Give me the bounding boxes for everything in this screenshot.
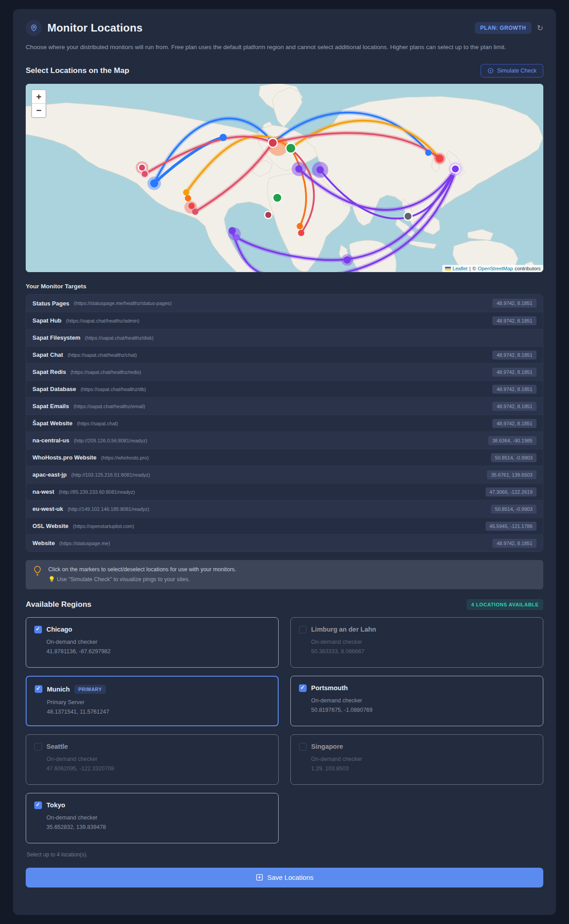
target-coords: 35.6761, 139.6503 xyxy=(487,470,537,479)
target-row: na-west(http://85.239.233.60:8081/readyz… xyxy=(26,483,543,500)
copyright-symbol: © xyxy=(473,266,476,271)
refresh-icon[interactable]: ↻ xyxy=(537,23,543,33)
target-name: Sapat Filesystem xyxy=(32,334,80,341)
target-name: Status Pages xyxy=(32,300,69,307)
map-marker[interactable] xyxy=(150,179,158,187)
region-name: Limburg an der Lahn xyxy=(311,626,376,633)
save-locations-button[interactable]: Save Locations xyxy=(26,868,543,888)
target-name: eu-west-uk xyxy=(32,505,63,512)
map-marker[interactable] xyxy=(188,203,195,209)
region-card-seattle[interactable]: Seattle On-demand checker 47.6062095, -1… xyxy=(26,734,279,785)
target-url: (https://statuspage.me) xyxy=(60,541,110,546)
tokyo-checkbox[interactable] xyxy=(34,801,42,809)
map-marker[interactable] xyxy=(436,155,444,163)
map-marker[interactable] xyxy=(317,166,324,173)
singapore-checkbox[interactable] xyxy=(299,743,307,751)
portsmouth-checkbox[interactable] xyxy=(299,684,307,692)
region-type: On-demand checker xyxy=(46,639,270,645)
target-row: na-central-us(http://209.126.0.56:8081/r… xyxy=(26,432,543,449)
region-coords: 47.6062095, -122.3320708 xyxy=(46,765,270,772)
region-cards: Chicago On-demand checker 41.8781136, -8… xyxy=(26,617,543,843)
map-marker[interactable] xyxy=(234,234,240,241)
map-canvas xyxy=(26,84,543,272)
munich-checkbox[interactable] xyxy=(35,685,42,693)
map-marker[interactable] xyxy=(298,230,304,236)
target-row: WhoHosts.pro Website(https://whohosts.pr… xyxy=(26,449,543,466)
target-coords: 38.6364, -90.1985 xyxy=(488,436,537,445)
target-url: (https://sapat.chat) xyxy=(77,421,118,426)
map-marker[interactable] xyxy=(192,209,198,215)
osm-link[interactable]: OpenStreetMap xyxy=(478,266,513,271)
target-row: eu-west-uk(http://149.102.146.185:8081/r… xyxy=(26,500,543,517)
plan-badge: PLAN: GROWTH xyxy=(475,22,532,34)
target-name: apac-east-jp xyxy=(32,471,67,478)
target-coords: 50.8514, -0.9903 xyxy=(491,505,537,514)
map-marker[interactable] xyxy=(185,195,191,201)
target-coords: 48.9742, 8.1851 xyxy=(492,316,537,325)
region-type: On-demand checker xyxy=(311,756,535,762)
map-marker[interactable] xyxy=(425,150,431,156)
region-card-tokyo[interactable]: Tokyo On-demand checker 35.652832, 139.8… xyxy=(26,793,279,843)
monitor-targets-list: Status Pages(https://statuspage.me/healt… xyxy=(26,294,543,552)
zoom-in-button[interactable]: + xyxy=(32,90,46,104)
region-coords: 50.383333, 8.066667 xyxy=(311,648,535,655)
target-coords: 48.9742, 8.1851 xyxy=(492,402,537,411)
map-marker[interactable] xyxy=(141,170,148,178)
map-marker[interactable] xyxy=(297,223,303,229)
target-row: Sapat Emails(https://sapat.chat/healthz/… xyxy=(26,397,543,414)
limburg-checkbox[interactable] xyxy=(299,626,307,633)
target-row: Website(https://statuspage.me)48.9742, 8… xyxy=(26,534,543,551)
map-marker[interactable] xyxy=(404,212,412,220)
region-coords: 48.1371541, 11.5761247 xyxy=(47,709,270,715)
map-marker[interactable] xyxy=(451,165,459,173)
region-coords: 50.8197675, -1.0880769 xyxy=(311,707,535,713)
target-name: na-central-us xyxy=(32,437,69,444)
target-row: Šapat Website(https://sapat.chat)48.9742… xyxy=(26,414,543,432)
target-name: na-west xyxy=(32,488,54,495)
target-coords: 48.9742, 8.1851 xyxy=(492,419,537,428)
map-marker[interactable] xyxy=(229,227,236,234)
ukraine-flag-icon xyxy=(445,267,451,271)
map-marker[interactable] xyxy=(268,138,277,147)
leaflet-link[interactable]: Leaflet xyxy=(453,266,468,271)
header: Monitor Locations PLAN: GROWTH ↻ xyxy=(26,20,543,36)
map-attribution: Leaflet | © OpenStreetMap contributors xyxy=(442,265,543,272)
target-row: Sapat Filesystem(https://sapat.chat/heal… xyxy=(26,329,543,346)
target-url: (http://209.126.0.56:8081/readyz) xyxy=(74,438,147,443)
region-card-singapore[interactable]: Singapore On-demand checker 1.29, 103.85… xyxy=(290,734,543,785)
target-coords: 50.8514, -0.9903 xyxy=(491,453,537,462)
map-marker[interactable] xyxy=(183,189,189,196)
target-url: (http://103.125.216.51:8081/readyz) xyxy=(71,472,150,478)
region-name: Chicago xyxy=(46,626,72,633)
region-card-portsmouth[interactable]: Portsmouth On-demand checker 50.8197675,… xyxy=(290,676,543,726)
map-marker[interactable] xyxy=(220,134,227,141)
region-card-munich[interactable]: Munich PRIMARY Primary Server 48.1371541… xyxy=(26,676,279,726)
chicago-checkbox[interactable] xyxy=(34,626,42,633)
target-coords: 48.9742, 8.1851 xyxy=(492,299,537,308)
targets-heading: Your Monitor Targets xyxy=(26,283,543,290)
save-locations-label: Save Locations xyxy=(267,874,314,881)
seattle-checkbox[interactable] xyxy=(34,743,42,751)
region-name: Singapore xyxy=(311,743,343,750)
map-marker[interactable] xyxy=(295,165,303,173)
region-card-chicago[interactable]: Chicago On-demand checker 41.8781136, -8… xyxy=(26,617,279,668)
map-marker[interactable] xyxy=(344,256,351,264)
page-title: Monitor Locations xyxy=(47,22,142,34)
map-marker[interactable] xyxy=(286,143,296,153)
target-url: (https://sapat.chat/healthz/chat) xyxy=(68,352,137,358)
map-zoom-control: + − xyxy=(31,89,46,118)
region-type: On-demand checker xyxy=(311,697,535,704)
map-marker[interactable] xyxy=(265,211,272,218)
region-card-limburg[interactable]: Limburg an der Lahn On-demand checker 50… xyxy=(290,617,543,668)
attribution-divider: | xyxy=(469,266,471,271)
target-coords: 48.9742, 8.1851 xyxy=(492,385,537,394)
target-name: OSL Website xyxy=(32,523,69,529)
simulate-check-button[interactable]: Simulate Check xyxy=(481,64,543,77)
target-row: Sapat Database(https://sapat.chat/health… xyxy=(26,380,543,397)
map-marker[interactable] xyxy=(273,193,282,202)
target-name: Sapat Database xyxy=(32,386,76,392)
zoom-out-button[interactable]: − xyxy=(32,104,46,117)
world-map[interactable]: + − Leaflet | © OpenStreetMap contributo… xyxy=(26,84,543,272)
tip-line-1: Click on the markers to select/deselect … xyxy=(48,565,236,574)
region-type: On-demand checker xyxy=(46,815,270,821)
